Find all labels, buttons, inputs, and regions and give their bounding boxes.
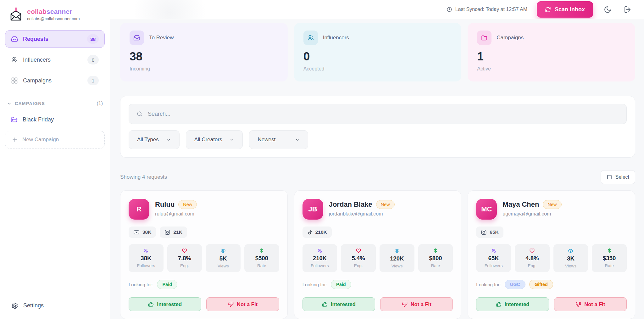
campaigns-section-header[interactable]: CAMPAIGNS (1) bbox=[5, 101, 105, 106]
users-icon bbox=[11, 56, 18, 63]
search-icon bbox=[136, 111, 143, 117]
stat-label: Followers bbox=[311, 263, 329, 268]
interested-button[interactable]: Interested bbox=[129, 297, 201, 311]
stat-label: Rate bbox=[605, 263, 614, 268]
type-filter-dropdown[interactable]: All Types bbox=[129, 130, 180, 149]
sidebar-item-campaigns[interactable]: Campaigns 1 bbox=[5, 72, 105, 89]
search-input[interactable] bbox=[148, 111, 619, 117]
tag-gifted: Gifted bbox=[529, 280, 553, 289]
interested-label: Interested bbox=[157, 301, 182, 307]
moon-icon bbox=[604, 6, 612, 14]
select-label: Select bbox=[615, 174, 629, 180]
sidebar-item-influencers[interactable]: Influencers 0 bbox=[5, 51, 105, 69]
stat-value: 5.4% bbox=[352, 255, 365, 262]
platform-chips: 38K 21K bbox=[129, 227, 279, 238]
stat-card-campaigns: Campaigns 1 Active bbox=[468, 23, 635, 81]
not-a-fit-button[interactable]: Not a Fit bbox=[206, 297, 279, 311]
sort-value: Newest bbox=[258, 137, 275, 143]
sort-dropdown[interactable]: Newest bbox=[249, 130, 308, 149]
looking-for-label: Looking for: bbox=[303, 282, 327, 287]
stat-rate: $800 Rate bbox=[418, 244, 453, 272]
stat-sub: Accepted bbox=[303, 66, 452, 72]
folder-open-icon bbox=[11, 116, 18, 123]
platform-followers: 21K bbox=[173, 229, 182, 235]
chevron-down-icon bbox=[7, 101, 12, 106]
dark-mode-toggle[interactable] bbox=[602, 4, 613, 15]
users-icon bbox=[491, 248, 496, 253]
tag-paid: Paid bbox=[157, 280, 177, 289]
select-mode-button[interactable]: Select bbox=[601, 170, 635, 184]
results-count-text: Showing 4 requests bbox=[120, 174, 167, 180]
tag-ugc: UGC bbox=[505, 280, 525, 289]
stat-label: Campaigns bbox=[497, 35, 524, 41]
stat-label: Views bbox=[565, 264, 576, 268]
youtube-icon bbox=[133, 229, 140, 235]
users-icon bbox=[143, 248, 148, 253]
stat-value: 38K bbox=[141, 255, 151, 262]
not-a-fit-button[interactable]: Not a Fit bbox=[554, 297, 627, 311]
scan-inbox-label: Scan Inbox bbox=[555, 6, 585, 13]
thumbs-up-icon bbox=[148, 301, 154, 307]
request-card: R Ruluu New ruluu@gmail.com 38 bbox=[120, 190, 288, 319]
thumbs-up-icon bbox=[322, 301, 328, 307]
stat-rate: $350 Rate bbox=[592, 244, 627, 272]
stat-value: 120K bbox=[390, 255, 404, 262]
scan-inbox-button[interactable]: Scan Inbox bbox=[537, 1, 593, 18]
sidebar-item-black-friday[interactable]: Black Friday bbox=[5, 111, 105, 128]
envelope-logo-icon bbox=[9, 7, 23, 22]
dollar-icon bbox=[607, 248, 612, 253]
creator-filter-dropdown[interactable]: All Creators bbox=[186, 130, 243, 149]
avatar: MC bbox=[476, 199, 497, 220]
refresh-icon bbox=[545, 7, 551, 13]
campaigns-section-label: CAMPAIGNS bbox=[15, 101, 45, 106]
influencers-count-badge: 0 bbox=[87, 55, 99, 64]
sidebar-item-settings[interactable]: Settings bbox=[0, 292, 110, 319]
creator-name: Jordan Blake bbox=[329, 200, 372, 209]
sidebar-item-requests[interactable]: Requests 38 bbox=[5, 30, 105, 48]
platform-followers: 210K bbox=[315, 229, 327, 235]
interested-label: Interested bbox=[505, 301, 530, 307]
interested-button[interactable]: Interested bbox=[303, 297, 375, 311]
stat-value: 3K bbox=[567, 255, 575, 262]
request-card: MC Maya Chen New ugcmaya@gmail.com bbox=[468, 190, 635, 319]
thumbs-down-icon bbox=[575, 301, 581, 307]
stat-value: $800 bbox=[429, 255, 442, 262]
creator-stats: 38K Followers 7.8% Eng. 5K Views bbox=[129, 244, 279, 272]
results-header: Showing 4 requests Select bbox=[120, 170, 635, 184]
not-a-fit-label: Not a Fit bbox=[237, 301, 258, 307]
platform-chip: 210K bbox=[303, 227, 332, 238]
last-synced-text: Last Synced: Today at 12:57 AM bbox=[455, 7, 527, 12]
creator-stats: 210K Followers 5.4% Eng. 120K Views bbox=[303, 244, 453, 272]
eye-icon bbox=[220, 248, 226, 254]
eye-icon bbox=[394, 248, 400, 254]
top-bar: Last Synced: Today at 12:57 AM Scan Inbo… bbox=[110, 0, 644, 19]
tag-paid: Paid bbox=[331, 280, 351, 289]
requests-grid: R Ruluu New ruluu@gmail.com 38 bbox=[120, 190, 635, 319]
stat-value: $350 bbox=[603, 255, 616, 262]
stat-label: Eng. bbox=[528, 263, 536, 268]
sidebar-item-label: Campaigns bbox=[23, 77, 82, 84]
heart-icon bbox=[530, 248, 535, 253]
platform-chip: 21K bbox=[160, 227, 187, 238]
users-icon bbox=[303, 31, 318, 45]
stat-sub: Incoming bbox=[130, 66, 278, 72]
stat-views: 3K Views bbox=[553, 244, 588, 272]
logout-button[interactable] bbox=[622, 4, 633, 15]
creator-name: Maya Chen bbox=[502, 200, 539, 209]
search-box bbox=[129, 104, 627, 124]
stat-value: $500 bbox=[255, 255, 268, 262]
platform-followers: 38K bbox=[142, 229, 151, 235]
stat-engagement: 5.4% Eng. bbox=[341, 244, 376, 272]
thumbs-up-icon bbox=[496, 301, 502, 307]
creator-filter-value: All Creators bbox=[194, 137, 222, 143]
plus-icon bbox=[12, 137, 18, 143]
stat-label: Eng. bbox=[180, 263, 189, 268]
stat-label: Influencers bbox=[323, 35, 349, 41]
platform-followers: 65K bbox=[490, 229, 498, 235]
inbox-icon bbox=[130, 31, 144, 45]
interested-button[interactable]: Interested bbox=[476, 297, 549, 311]
not-a-fit-button[interactable]: Not a Fit bbox=[380, 297, 453, 311]
new-campaign-button[interactable]: New Campaign bbox=[5, 131, 105, 148]
stat-label: Rate bbox=[431, 263, 440, 268]
creator-email: ugcmaya@gmail.com bbox=[502, 211, 561, 217]
